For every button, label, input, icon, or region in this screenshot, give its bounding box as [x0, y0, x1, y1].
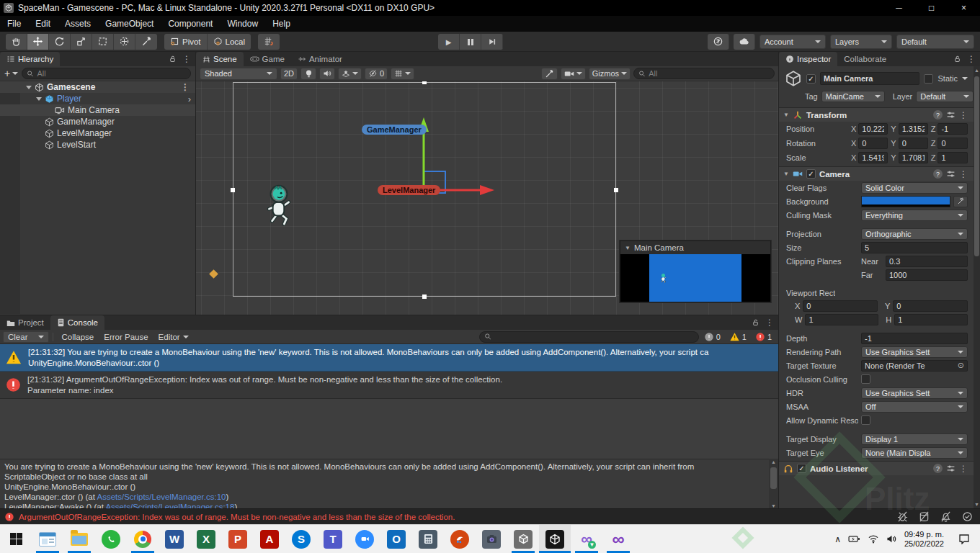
scene-canvas[interactable]: GameManager LevelManager ▼ Main Camera — [196, 81, 778, 315]
taskbar-teams[interactable]: T — [317, 525, 349, 553]
taskbar-word[interactable]: W — [159, 525, 190, 553]
object-picker-icon[interactable]: ⊙ — [958, 361, 964, 370]
panel-menu-icon[interactable]: ⋮ — [967, 54, 976, 64]
taskbar-vs-installer[interactable]: ∞ ▼ — [571, 525, 602, 553]
editor-dropdown[interactable]: Editor — [154, 331, 193, 343]
tag-dropdown[interactable]: MainCame — [821, 91, 885, 102]
taskbar-powerpoint[interactable]: P — [222, 525, 254, 553]
collapse-icon[interactable]: ▼ — [625, 245, 631, 251]
audio-toggle-button[interactable] — [319, 68, 335, 80]
taskbar-unity-editor[interactable] — [539, 525, 571, 553]
lock-icon[interactable] — [169, 55, 177, 63]
foldout-icon[interactable] — [36, 97, 42, 101]
culling-mask-dropdown[interactable]: Everything — [861, 210, 968, 221]
play-button[interactable]: ▶ — [438, 34, 460, 50]
hierarchy-scene-row[interactable]: Gamescene ⋮ — [0, 81, 195, 93]
hierarchy-item-gamemanager[interactable]: GameManager — [0, 116, 195, 127]
menu-component[interactable]: Component — [161, 16, 220, 32]
size-field[interactable] — [861, 242, 968, 253]
tray-expand-icon[interactable]: ∧ — [834, 534, 841, 544]
taskbar-app-window[interactable] — [32, 525, 63, 553]
rotation-y-field[interactable] — [899, 138, 928, 149]
tab-hierarchy[interactable]: Hierarchy — [0, 52, 60, 66]
warning-count-toggle[interactable]: 1 — [726, 332, 750, 342]
scroll-down-icon[interactable]: ▼ — [770, 503, 777, 508]
position-z-field[interactable] — [937, 123, 968, 135]
component-menu-icon[interactable]: ⋮ — [959, 464, 968, 474]
rotate-tool-button[interactable] — [49, 34, 71, 50]
component-menu-icon[interactable]: ⋮ — [959, 169, 968, 179]
near-field[interactable] — [886, 256, 968, 267]
static-checkbox[interactable] — [924, 74, 933, 84]
scrollbar-thumb[interactable] — [974, 76, 979, 256]
scene-search-input[interactable] — [649, 69, 770, 78]
layers-dropdown[interactable]: Layers — [830, 35, 892, 49]
camera-enabled-checkbox[interactable]: ✓ — [806, 169, 816, 179]
lighting-toggle-button[interactable] — [300, 68, 316, 80]
background-tasks-icon[interactable] — [958, 510, 976, 524]
taskbar-whatsapp[interactable] — [95, 525, 127, 553]
menu-assets[interactable]: Assets — [58, 16, 98, 32]
taskbar-outlook[interactable]: O — [380, 525, 412, 553]
hierarchy-item-levelstart[interactable]: LevelStart — [0, 139, 195, 150]
battery-icon[interactable] — [848, 534, 860, 544]
scroll-up-icon[interactable]: ▲ — [770, 459, 777, 464]
debugger-disabled-icon[interactable] — [894, 510, 911, 524]
scale-tool-button[interactable] — [71, 34, 92, 50]
menu-gameobject[interactable]: GameObject — [98, 16, 161, 32]
error-count-toggle[interactable]: 1 — [752, 332, 775, 342]
spaceman-sprite[interactable] — [262, 184, 295, 228]
taskbar-clock[interactable]: 09:49 p. m. 25/02/2022 — [904, 530, 944, 549]
target-eye-dropdown[interactable]: None (Main Displa — [861, 447, 968, 459]
pivot-toggle-button[interactable]: Pivot — [164, 34, 208, 50]
taskbar-visual-studio[interactable]: ∞ — [602, 525, 634, 553]
effects-dropdown-button[interactable] — [338, 68, 362, 80]
scene-options-icon[interactable]: ⋮ — [181, 82, 195, 92]
step-button[interactable] — [481, 34, 503, 50]
taskbar-file-explorer[interactable] — [63, 525, 95, 553]
tab-game[interactable]: Game — [244, 52, 291, 66]
component-menu-icon[interactable]: ⋮ — [959, 110, 968, 120]
rotation-z-field[interactable] — [937, 138, 968, 149]
target-display-dropdown[interactable]: Display 1 — [861, 433, 968, 445]
action-center-button[interactable] — [951, 534, 977, 544]
tab-inspector[interactable]: Inspector — [779, 52, 837, 66]
grid-snapping-button[interactable] — [258, 34, 280, 50]
layer-dropdown[interactable]: Default — [916, 91, 974, 102]
depth-field[interactable] — [861, 333, 968, 344]
lock-icon[interactable] — [752, 318, 760, 327]
foldout-icon[interactable]: ▼ — [783, 112, 789, 118]
presets-icon[interactable] — [946, 110, 956, 120]
help-icon[interactable]: ? — [933, 169, 943, 179]
console-search[interactable] — [479, 331, 699, 343]
menu-window[interactable]: Window — [220, 16, 265, 32]
taskbar-acrobat[interactable]: A — [254, 525, 285, 553]
tab-animator[interactable]: Animator — [291, 52, 349, 66]
scene-camera-dropdown[interactable] — [561, 68, 586, 80]
background-color-field[interactable] — [861, 196, 950, 207]
transform-tool-button[interactable] — [114, 34, 135, 50]
console-entry-warning[interactable]: [21:31:32] You are trying to create a Mo… — [0, 344, 778, 372]
help-icon[interactable]: ? — [933, 464, 943, 473]
start-button[interactable] — [0, 525, 32, 553]
viewport-y-field[interactable] — [893, 300, 968, 312]
gameobject-icon-large[interactable] — [785, 70, 802, 87]
viewport-h-field[interactable] — [894, 314, 968, 325]
plastic-scm-button[interactable] — [708, 34, 729, 50]
taskbar-camera-app[interactable] — [476, 525, 507, 553]
occlusion-culling-checkbox[interactable] — [861, 374, 870, 384]
console-entry-error[interactable]: [21:31:32] ArgumentOutOfRangeException: … — [0, 372, 778, 399]
help-icon[interactable]: ? — [933, 110, 943, 120]
panel-menu-icon[interactable]: ⋮ — [765, 318, 774, 328]
hierarchy-item-main-camera[interactable]: Main Camera — [0, 104, 195, 116]
console-search-input[interactable] — [494, 333, 694, 341]
msaa-dropdown[interactable]: Off — [861, 401, 968, 413]
rect-tool-button[interactable] — [92, 34, 114, 50]
prefab-open-chevron-icon[interactable]: › — [188, 94, 195, 104]
hierarchy-search-input[interactable] — [37, 69, 186, 78]
static-flags-caret-icon[interactable] — [962, 77, 968, 80]
taskbar-calculator[interactable] — [412, 525, 444, 553]
clear-options-caret-icon[interactable] — [38, 336, 44, 338]
cache-server-disabled-icon[interactable] — [915, 510, 932, 524]
foldout-icon[interactable] — [26, 86, 32, 89]
